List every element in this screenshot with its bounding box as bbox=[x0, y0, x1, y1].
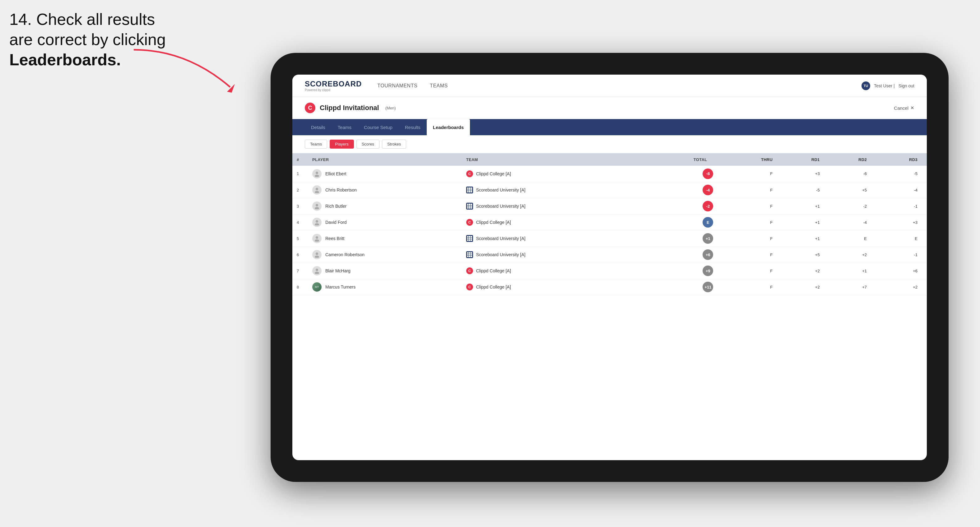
team-logo-sb bbox=[466, 203, 473, 210]
logo-area: SCOREBOARD Powered by clippd bbox=[305, 79, 362, 92]
cell-team: Scoreboard University [A] bbox=[462, 230, 633, 246]
cell-rd2: +7 bbox=[824, 279, 871, 295]
tab-details[interactable]: Details bbox=[305, 119, 331, 135]
table-row: 4David FordCClippd College [A]EF+1-4+3 bbox=[292, 214, 927, 230]
instruction-text: 14. Check all results are correct by cli… bbox=[10, 10, 166, 70]
player-avatar bbox=[312, 169, 321, 178]
filter-teams-button[interactable]: Teams bbox=[305, 140, 327, 149]
cell-rd1: +5 bbox=[777, 246, 824, 263]
instruction-line1: 14. Check all results bbox=[10, 10, 155, 28]
cell-rd3: -1 bbox=[871, 246, 927, 263]
player-avatar bbox=[312, 185, 321, 195]
cell-pos: 6 bbox=[292, 246, 308, 263]
cell-team: Scoreboard University [A] bbox=[462, 246, 633, 263]
cell-thru: F bbox=[725, 230, 777, 246]
instruction-line2: are correct by clicking bbox=[10, 30, 166, 49]
col-total: TOTAL bbox=[633, 153, 726, 166]
cell-pos: 5 bbox=[292, 230, 308, 246]
cell-pos: 7 bbox=[292, 263, 308, 279]
filter-bar: Teams Players Scores Strokes bbox=[292, 135, 927, 153]
logo-sub: Powered by clippd bbox=[305, 88, 362, 92]
player-avatar bbox=[312, 217, 321, 227]
cell-thru: F bbox=[725, 182, 777, 198]
player-avatar: MT bbox=[312, 282, 321, 292]
cell-rd2: -6 bbox=[824, 166, 871, 182]
table-row: 5Rees BrittScoreboard University [A]+1F+… bbox=[292, 230, 927, 246]
cell-rd3: E bbox=[871, 230, 927, 246]
team-logo-sb bbox=[466, 187, 473, 194]
table-header-row: # PLAYER TEAM TOTAL THRU RD1 RD2 RD3 bbox=[292, 153, 927, 166]
table-row: 6Cameron RobertsonScoreboard University … bbox=[292, 246, 927, 263]
svg-point-10 bbox=[315, 240, 319, 241]
filter-players-button[interactable]: Players bbox=[330, 140, 354, 149]
team-logo-c: C bbox=[466, 170, 473, 177]
cell-total: -8 bbox=[633, 166, 726, 182]
svg-point-5 bbox=[316, 204, 318, 206]
nav-teams[interactable]: TEAMS bbox=[430, 82, 448, 90]
tablet-device: SCOREBOARD Powered by clippd TOURNAMENTS… bbox=[270, 53, 948, 482]
cell-team: CClippd College [A] bbox=[462, 214, 633, 230]
svg-point-3 bbox=[316, 188, 318, 190]
cell-pos: 8 bbox=[292, 279, 308, 295]
svg-point-14 bbox=[315, 272, 319, 274]
team-logo-c: C bbox=[466, 284, 473, 290]
sign-out-link[interactable]: Sign out bbox=[899, 83, 915, 88]
user-label: Test User | bbox=[874, 83, 895, 88]
cancel-label: Cancel bbox=[894, 105, 908, 111]
cell-total: +6 bbox=[633, 246, 726, 263]
col-team: TEAM bbox=[462, 153, 633, 166]
tab-course-setup[interactable]: Course Setup bbox=[358, 119, 399, 135]
svg-point-12 bbox=[315, 256, 319, 258]
cell-rd1: +1 bbox=[777, 198, 824, 214]
table-row: 8MTMarcus TurnersCClippd College [A]+11F… bbox=[292, 279, 927, 295]
svg-point-8 bbox=[315, 223, 319, 225]
tournament-title-area: C Clippd Invitational (Men) bbox=[305, 103, 396, 113]
cell-team: CClippd College [A] bbox=[462, 279, 633, 295]
col-rd3: RD3 bbox=[871, 153, 927, 166]
cell-rd1: +3 bbox=[777, 166, 824, 182]
cell-player: David Ford bbox=[308, 214, 462, 230]
cell-rd1: +2 bbox=[777, 263, 824, 279]
cell-pos: 1 bbox=[292, 166, 308, 182]
cell-total: +1 bbox=[633, 230, 726, 246]
cell-rd2: -2 bbox=[824, 198, 871, 214]
tournament-logo: C bbox=[305, 103, 315, 113]
logo-text: SCOREBOARD bbox=[305, 79, 362, 88]
cell-rd3: +3 bbox=[871, 214, 927, 230]
cell-rd3: -4 bbox=[871, 182, 927, 198]
cell-rd2: -4 bbox=[824, 214, 871, 230]
close-icon: ✕ bbox=[910, 105, 915, 111]
cancel-button[interactable]: Cancel ✕ bbox=[894, 105, 915, 111]
cell-rd1: +1 bbox=[777, 230, 824, 246]
tab-results[interactable]: Results bbox=[399, 119, 427, 135]
navbar: SCOREBOARD Powered by clippd TOURNAMENTS… bbox=[292, 75, 927, 97]
cell-pos: 2 bbox=[292, 182, 308, 198]
leaderboard-tbody: 1Elliot EbertCClippd College [A]-8F+3-6-… bbox=[292, 166, 927, 295]
cell-total: +11 bbox=[633, 279, 726, 295]
svg-point-7 bbox=[316, 220, 318, 222]
team-logo-sb bbox=[466, 235, 473, 242]
cell-team: Scoreboard University [A] bbox=[462, 198, 633, 214]
player-avatar bbox=[312, 250, 321, 259]
filter-scores-button[interactable]: Scores bbox=[356, 140, 379, 149]
instruction-line3: Leaderboards. bbox=[10, 51, 121, 69]
tournament-name: Clippd Invitational bbox=[320, 104, 379, 112]
user-avatar: TU bbox=[862, 81, 870, 90]
tab-leaderboards[interactable]: Leaderboards bbox=[427, 119, 470, 135]
nav-right: TU Test User | Sign out bbox=[862, 81, 915, 90]
cell-thru: F bbox=[725, 166, 777, 182]
nav-tournaments[interactable]: TOURNAMENTS bbox=[377, 82, 417, 90]
cell-rd1: -5 bbox=[777, 182, 824, 198]
cell-player: Cameron Robertson bbox=[308, 246, 462, 263]
svg-point-6 bbox=[315, 207, 319, 209]
nav-links: TOURNAMENTS TEAMS bbox=[377, 82, 862, 90]
col-rd1: RD1 bbox=[777, 153, 824, 166]
cell-total: -4 bbox=[633, 182, 726, 198]
leaderboard-table: # PLAYER TEAM TOTAL THRU RD1 RD2 RD3 1El… bbox=[292, 153, 927, 460]
tournament-badge: (Men) bbox=[385, 106, 396, 110]
tournament-header: C Clippd Invitational (Men) Cancel ✕ bbox=[292, 97, 927, 119]
tab-teams[interactable]: Teams bbox=[331, 119, 358, 135]
filter-strokes-button[interactable]: Strokes bbox=[382, 140, 406, 149]
cell-rd3: +6 bbox=[871, 263, 927, 279]
svg-point-9 bbox=[316, 236, 318, 239]
